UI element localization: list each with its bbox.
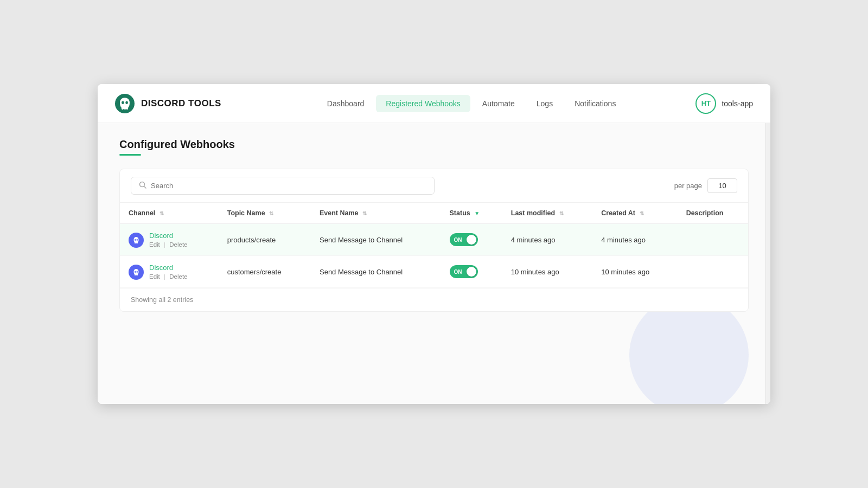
browser-window: DISCORD TOOLS Dashboard Registered Webho… (98, 84, 770, 404)
svg-line-4 (144, 187, 146, 189)
sort-event-icon: ⇅ (362, 210, 367, 216)
nav-logs[interactable]: Logs (527, 95, 563, 112)
svg-point-5 (135, 239, 136, 241)
cell-modified-1: 4 minutes ago (502, 224, 593, 256)
logo-icon (115, 94, 135, 113)
nav-notifications[interactable]: Notifications (565, 95, 626, 112)
sort-status-icon: ▼ (474, 210, 480, 216)
cell-modified-2: 10 minutes ago (502, 256, 593, 288)
col-last-modified[interactable]: Last modified ⇅ (502, 203, 593, 224)
toggle-wrap-1: ON (450, 233, 494, 246)
logo-text: DISCORD TOOLS (141, 98, 221, 109)
nav-bar: DISCORD TOOLS Dashboard Registered Webho… (98, 84, 770, 123)
col-channel[interactable]: Channel ⇅ (120, 203, 219, 224)
sort-channel-icon: ⇅ (159, 210, 164, 216)
discord-icon-2 (129, 265, 144, 280)
main-content: Configured Webhooks per page (98, 123, 770, 404)
actions-sep-1: | (164, 241, 165, 248)
per-page-label: per page (674, 182, 702, 190)
toggle-1[interactable]: ON (450, 233, 478, 246)
table-toolbar: per page (120, 169, 748, 203)
sort-created-icon: ⇅ (640, 210, 644, 216)
sort-modified-icon: ⇅ (559, 210, 564, 216)
edit-link-2[interactable]: Edit (149, 273, 160, 280)
svg-point-1 (122, 101, 124, 104)
per-page-area: per page (674, 178, 737, 193)
toggle-knob-2 (467, 267, 476, 277)
col-topic-name[interactable]: Topic Name ⇅ (219, 203, 311, 224)
table-card: per page Channel ⇅ Topic Name ⇅ (119, 169, 749, 312)
search-input[interactable] (151, 182, 426, 190)
cell-desc-1 (678, 224, 748, 256)
toggle-label-1: ON (454, 237, 462, 243)
actions-sep-2: | (164, 273, 165, 280)
col-created-at[interactable]: Created At ⇅ (592, 203, 677, 224)
delete-link-1[interactable]: Delete (169, 241, 187, 248)
sort-topic-icon: ⇅ (269, 210, 273, 216)
user-name: tools-app (722, 99, 753, 108)
discord-icon-1 (129, 233, 144, 248)
cell-created-2: 10 minutes ago (592, 256, 677, 288)
user-avatar[interactable]: HT (695, 93, 716, 114)
svg-point-7 (135, 271, 136, 273)
nav-dashboard[interactable]: Dashboard (317, 95, 374, 112)
col-description: Description (678, 203, 748, 224)
cell-topic-1: products/create (219, 224, 311, 256)
toggle-wrap-2: ON (450, 265, 494, 278)
svg-point-8 (137, 271, 138, 273)
entries-count: Showing all 2 entries (131, 296, 193, 304)
nav-registered-webhooks[interactable]: Registered Webhooks (376, 95, 470, 112)
table-footer: Showing all 2 entries (120, 288, 748, 311)
channel-actions-1: Edit | Delete (149, 241, 187, 248)
logo-area: DISCORD TOOLS (115, 94, 221, 113)
channel-name-2: Discord (149, 264, 187, 272)
cell-status-1: ON (441, 224, 502, 256)
col-event-name[interactable]: Event Name ⇅ (311, 203, 441, 224)
cell-status-2: ON (441, 256, 502, 288)
toggle-knob-1 (467, 235, 476, 245)
cell-event-2: Send Message to Channel (311, 256, 441, 288)
table-body: Discord Edit | Delete products/create (120, 224, 748, 288)
toggle-label-2: ON (454, 269, 462, 275)
nav-links: Dashboard Registered Webhooks Automate L… (247, 95, 696, 112)
user-area: HT tools-app (695, 93, 753, 114)
svg-point-6 (137, 239, 138, 241)
channel-name-1: Discord (149, 232, 187, 240)
cell-created-1: 4 minutes ago (592, 224, 677, 256)
webhooks-table: Channel ⇅ Topic Name ⇅ Event Name ⇅ St (120, 203, 748, 288)
edit-link-1[interactable]: Edit (149, 241, 160, 248)
toggle-2[interactable]: ON (450, 265, 478, 278)
table-row: Discord Edit | Delete customers/create (120, 256, 748, 288)
nav-automate[interactable]: Automate (473, 95, 525, 112)
per-page-input[interactable] (707, 178, 737, 193)
svg-point-2 (125, 101, 128, 104)
delete-link-2[interactable]: Delete (169, 273, 187, 280)
col-status[interactable]: Status ▼ (441, 203, 502, 224)
cell-channel-2: Discord Edit | Delete (120, 256, 219, 288)
cell-desc-2 (678, 256, 748, 288)
cell-channel-1: Discord Edit | Delete (120, 224, 219, 256)
bg-decoration (629, 296, 749, 404)
table-header: Channel ⇅ Topic Name ⇅ Event Name ⇅ St (120, 203, 748, 224)
search-box (131, 177, 435, 195)
table-row: Discord Edit | Delete products/create (120, 224, 748, 256)
title-underline (119, 154, 141, 156)
search-icon (139, 181, 146, 190)
cell-event-1: Send Message to Channel (311, 224, 441, 256)
channel-actions-2: Edit | Delete (149, 273, 187, 280)
cell-topic-2: customers/create (219, 256, 311, 288)
page-title: Configured Webhooks (119, 138, 749, 151)
